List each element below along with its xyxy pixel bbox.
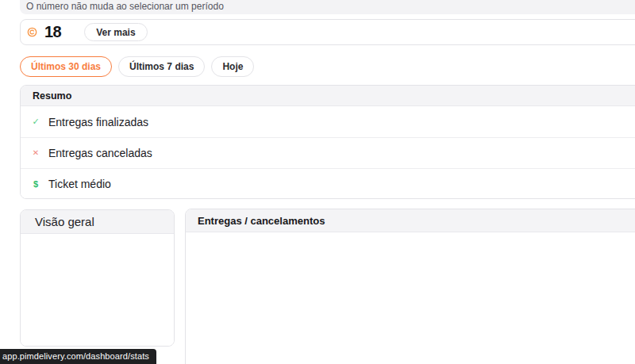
overview-panel: Visão geral [20, 209, 175, 347]
dashboard-stats-page: O número não muda ao selecionar um perío… [0, 0, 635, 364]
overview-panel-header: Visão geral [21, 210, 174, 234]
table-row: ✓ Entregas finalizadas [21, 106, 635, 137]
summary-title: Resumo [33, 90, 71, 102]
filter-last-30-days[interactable]: Últimos 30 dias [20, 56, 112, 77]
filter-last-7-days[interactable]: Últimos 7 dias [118, 56, 205, 77]
summary-row-label: Ticket médio [48, 178, 111, 190]
period-note-text: O número não muda ao selecionar um perío… [20, 1, 224, 14]
table-row: ✕ Entregas canceladas [21, 137, 635, 168]
browser-status-url: app.pimdelivery.com/dashboard/stats [0, 349, 156, 364]
ver-mais-button[interactable]: Ver mais [84, 23, 147, 41]
summary-row-label: Entregas canceladas [48, 147, 152, 159]
deliveries-panel-title: Entregas / cancelamentos [198, 215, 325, 227]
period-filters: Últimos 30 dias Últimos 7 dias Hoje [20, 56, 254, 77]
summary-row-label: Entregas finalizadas [48, 116, 148, 128]
deliveries-panel: Entregas / cancelamentos [185, 209, 635, 364]
check-icon: ✓ [31, 117, 40, 126]
summary-header: Resumo [21, 86, 635, 106]
cross-icon: ✕ [31, 149, 40, 157]
counter-value: 18 [44, 23, 61, 41]
dollar-icon: $ [31, 180, 40, 189]
deliveries-panel-body [186, 232, 635, 364]
filter-today[interactable]: Hoje [211, 56, 254, 77]
summary-card: Resumo ✓ Entregas finalizadas ✕ Entregas… [20, 85, 635, 199]
deliveries-panel-header: Entregas / cancelamentos [186, 209, 635, 232]
overview-panel-title: Visão geral [35, 215, 94, 228]
counter-card: 18 Ver mais [20, 19, 635, 45]
overview-panel-body [21, 234, 174, 347]
status-url-text: app.pimdelivery.com/dashboard/stats [2, 351, 149, 361]
table-row: $ Ticket médio [21, 168, 635, 199]
coin-icon [27, 27, 37, 37]
period-note-strip: O número não muda ao selecionar um perío… [20, 0, 635, 14]
